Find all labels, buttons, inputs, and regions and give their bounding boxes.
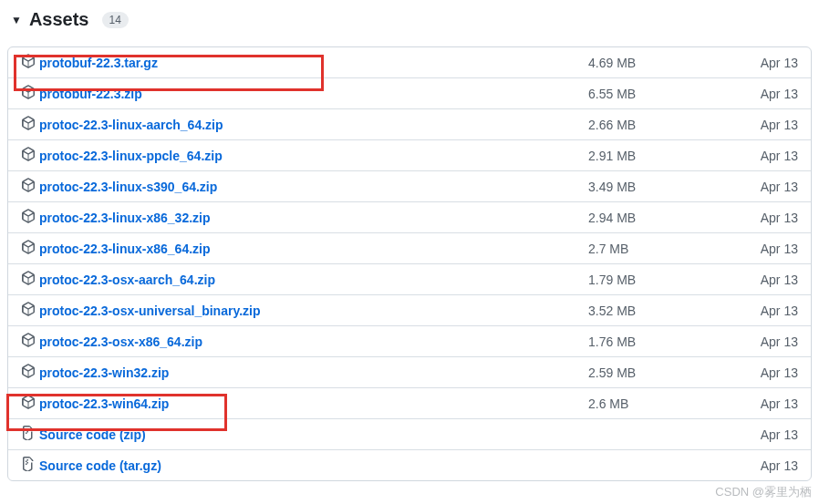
asset-left: protobuf-22.3.tar.gz: [21, 54, 588, 71]
asset-date: Apr 13: [743, 303, 798, 318]
asset-left: protoc-22.3-linux-s390_64.zip: [21, 178, 588, 195]
asset-row: protoc-22.3-linux-aarch_64.zip2.66 MBApr…: [8, 108, 811, 139]
asset-size: 3.49 MB: [588, 180, 743, 194]
asset-link[interactable]: Source code (tar.gz): [39, 458, 161, 473]
asset-row: protoc-22.3-linux-x86_32.zip2.94 MBApr 1…: [8, 201, 811, 232]
asset-date: Apr 13: [743, 427, 798, 442]
package-icon: [21, 302, 36, 319]
asset-date: Apr 13: [743, 56, 798, 70]
package-icon: [21, 364, 36, 381]
assets-count-badge: 14: [102, 12, 129, 28]
asset-date: Apr 13: [743, 273, 798, 287]
package-icon: [21, 271, 36, 288]
asset-size: 2.6 MB: [588, 396, 743, 411]
package-icon: [21, 209, 36, 226]
package-icon: [21, 240, 36, 257]
asset-left: protoc-22.3-linux-ppcle_64.zip: [21, 147, 588, 164]
asset-link[interactable]: protoc-22.3-linux-ppcle_64.zip: [39, 149, 223, 163]
asset-left: protoc-22.3-win64.zip: [21, 395, 588, 412]
package-icon: [21, 147, 36, 164]
asset-row: protoc-22.3-osx-aarch_64.zip1.79 MBApr 1…: [8, 263, 811, 294]
asset-link[interactable]: protoc-22.3-osx-universal_binary.zip: [39, 303, 260, 318]
asset-date: Apr 13: [743, 334, 798, 349]
asset-row: protoc-22.3-linux-s390_64.zip3.49 MBApr …: [8, 170, 811, 201]
asset-size: 3.52 MB: [588, 303, 743, 318]
asset-row: Source code (zip)Apr 13: [8, 418, 811, 449]
asset-row: protoc-22.3-osx-universal_binary.zip3.52…: [8, 294, 811, 325]
package-icon: [21, 85, 36, 102]
asset-row: protoc-22.3-osx-x86_64.zip1.76 MBApr 13: [8, 325, 811, 356]
asset-row: protoc-22.3-win32.zip2.59 MBApr 13: [8, 356, 811, 387]
asset-size: 1.79 MB: [588, 273, 743, 287]
asset-size: 2.7 MB: [588, 242, 743, 256]
asset-date: Apr 13: [743, 242, 798, 256]
asset-left: protoc-22.3-linux-x86_64.zip: [21, 240, 588, 257]
assets-list: protobuf-22.3.tar.gz4.69 MBApr 13protobu…: [7, 46, 812, 481]
asset-link[interactable]: protoc-22.3-linux-x86_32.zip: [39, 211, 211, 225]
asset-row: Source code (tar.gz)Apr 13: [8, 449, 811, 480]
package-icon: [21, 116, 36, 133]
asset-link[interactable]: protobuf-22.3.zip: [39, 87, 142, 101]
asset-link[interactable]: Source code (zip): [39, 427, 146, 442]
asset-size: 4.69 MB: [588, 56, 743, 70]
asset-date: Apr 13: [743, 87, 798, 101]
asset-left: Source code (zip): [21, 426, 588, 443]
asset-link[interactable]: protobuf-22.3.tar.gz: [39, 56, 158, 70]
asset-row: protoc-22.3-linux-x86_64.zip2.7 MBApr 13: [8, 232, 811, 263]
asset-size: 2.59 MB: [588, 365, 743, 380]
asset-link[interactable]: protoc-22.3-linux-aarch_64.zip: [39, 118, 223, 132]
asset-left: protobuf-22.3.zip: [21, 85, 588, 102]
asset-date: Apr 13: [743, 149, 798, 163]
asset-row: protoc-22.3-linux-ppcle_64.zip2.91 MBApr…: [8, 139, 811, 170]
asset-left: protoc-22.3-osx-aarch_64.zip: [21, 271, 588, 288]
asset-size: 2.66 MB: [588, 118, 743, 132]
package-icon: [21, 54, 36, 71]
file-zip-icon: [21, 426, 36, 443]
caret-down-icon: ▼: [11, 14, 22, 26]
asset-row: protobuf-22.3.tar.gz4.69 MBApr 13: [8, 47, 811, 77]
asset-link[interactable]: protoc-22.3-osx-x86_64.zip: [39, 334, 202, 349]
asset-size: 2.91 MB: [588, 149, 743, 163]
asset-date: Apr 13: [743, 211, 798, 225]
assets-header[interactable]: ▼ Assets 14: [7, 0, 812, 46]
assets-title: Assets: [29, 9, 89, 30]
asset-date: Apr 13: [743, 118, 798, 132]
asset-link[interactable]: protoc-22.3-linux-x86_64.zip: [39, 242, 211, 256]
asset-link[interactable]: protoc-22.3-osx-aarch_64.zip: [39, 273, 215, 287]
asset-left: protoc-22.3-linux-aarch_64.zip: [21, 116, 588, 133]
package-icon: [21, 333, 36, 350]
asset-row: protobuf-22.3.zip6.55 MBApr 13: [8, 77, 811, 108]
asset-left: Source code (tar.gz): [21, 457, 588, 474]
asset-date: Apr 13: [743, 396, 798, 411]
asset-link[interactable]: protoc-22.3-win64.zip: [39, 396, 169, 411]
package-icon: [21, 178, 36, 195]
asset-date: Apr 13: [743, 180, 798, 194]
asset-size: 6.55 MB: [588, 87, 743, 101]
asset-link[interactable]: protoc-22.3-win32.zip: [39, 365, 169, 380]
asset-left: protoc-22.3-osx-universal_binary.zip: [21, 302, 588, 319]
asset-date: Apr 13: [743, 458, 798, 473]
asset-size: 2.94 MB: [588, 211, 743, 225]
asset-left: protoc-22.3-linux-x86_32.zip: [21, 209, 588, 226]
asset-left: protoc-22.3-osx-x86_64.zip: [21, 333, 588, 350]
package-icon: [21, 395, 36, 412]
asset-size: 1.76 MB: [588, 334, 743, 349]
asset-left: protoc-22.3-win32.zip: [21, 364, 588, 381]
asset-row: protoc-22.3-win64.zip2.6 MBApr 13: [8, 387, 811, 418]
file-zip-icon: [21, 457, 36, 474]
asset-date: Apr 13: [743, 365, 798, 380]
asset-link[interactable]: protoc-22.3-linux-s390_64.zip: [39, 180, 217, 194]
